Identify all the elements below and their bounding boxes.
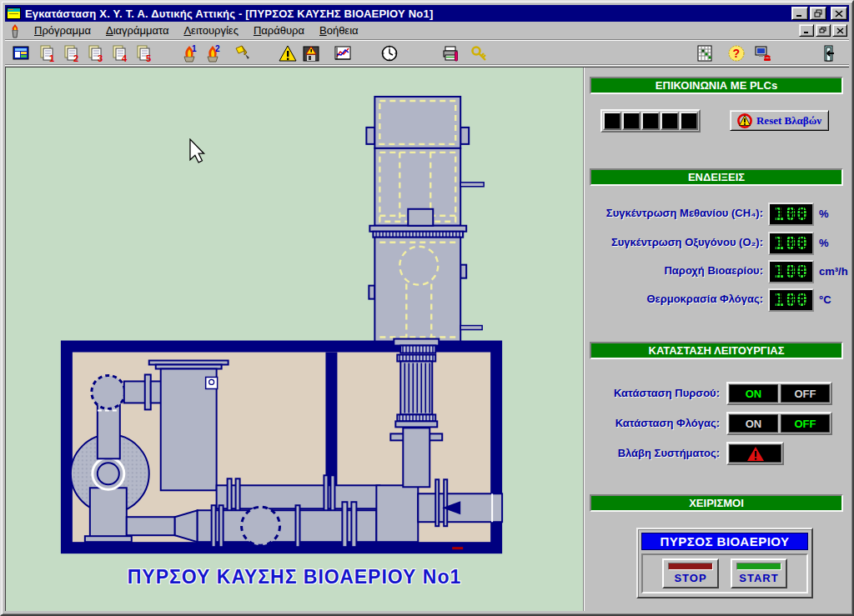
reset-warning-icon — [737, 113, 752, 128]
svg-text:5: 5 — [146, 53, 151, 63]
close-button[interactable] — [831, 7, 847, 20]
indications-section-header: ΕΝΔΕΙΞΕΙΣ — [590, 168, 843, 186]
title-bar: Εγκατάσταση Χ. Υ. Τ. Α. Δυτικής Αττικής … — [5, 5, 849, 22]
menu-diagrammata[interactable]: Διαγράμματα — [98, 23, 176, 38]
biogas-flow-value-display: 100 — [768, 260, 814, 283]
flare-status-row: Κατάσταση Πυρσού: ON OFF — [584, 382, 849, 405]
report-1-icon[interactable]: 1 — [37, 43, 58, 63]
flare-control-group: ΠΥΡΣΟΣ ΒΙΟΑΕΡΙΟΥ STOP START — [636, 528, 813, 598]
methane-row: Συγκέντρωση Μεθανίου (CH₄): 100 % — [584, 203, 849, 226]
key-icon[interactable] — [469, 43, 490, 63]
fault-warning-icon — [746, 446, 765, 462]
clock-icon[interactable] — [379, 43, 400, 63]
flare-2-icon[interactable]: 2 — [202, 43, 224, 63]
methane-label: Συγκέντρωση Μεθανίου (CH₄): — [584, 207, 763, 219]
plc-section-header: ΕΠΙΚΟΙΝΩΝΙΑ ΜΕ PLCs — [590, 77, 843, 94]
flare-status-label: Κατάσταση Πυρσού: — [584, 387, 720, 399]
flame-status-indicator: ON OFF — [726, 412, 832, 435]
system-fault-label: Βλάβη Συστήματος: — [584, 447, 720, 459]
start-lamp — [736, 563, 781, 570]
methane-value-display: 100 — [768, 203, 814, 226]
menu-bar: Πρόγραμμα Διαγράμματα Λειτουργίες Παράθυ… — [5, 22, 849, 40]
oxygen-value-display: 100 — [768, 232, 814, 255]
plc-indicator-4 — [661, 112, 679, 130]
methane-unit: % — [819, 208, 829, 220]
flame-temp-unit: °C — [819, 293, 831, 306]
svg-text:1: 1 — [49, 53, 54, 63]
operation-status-section-header: ΚΑΤΑΣΤΑΣΗ ΛΕΙΤΟΥΡΓΙΑΣ — [590, 342, 843, 359]
warning-icon[interactable] — [277, 43, 299, 63]
report-3-icon[interactable]: 3 — [85, 43, 107, 63]
reset-faults-label: Reset Βλαβών — [756, 114, 821, 128]
flare-control-buttons: STOP START — [641, 553, 808, 593]
save-alarm-icon[interactable] — [300, 43, 322, 63]
menu-parathyra[interactable]: Παράθυρα — [246, 23, 312, 38]
flare-status-indicator: ON OFF — [726, 382, 832, 405]
control-panel: ΕΠΙΚΟΙΝΩΝΙΑ ΜΕ PLCs Reset Βλαβών ΕΝΔΕΙΞΕ… — [583, 68, 849, 611]
flare-icon — [7, 23, 23, 38]
mdi-restore-button[interactable] — [816, 24, 831, 37]
oxygen-row: Συγκέντρωση Οξυγόνου (O₂): 100 % — [584, 232, 849, 255]
diagram-caption: ΠΥΡΣΟΥ ΚΑΥΣΗΣ ΒΙΟΑΕΡΙΟΥ Νο1 — [6, 566, 583, 588]
system-fault-indicator — [726, 442, 784, 465]
flame-status-row: Κατάσταση Φλόγας: ON OFF — [584, 412, 849, 435]
plc-indicator-strip — [600, 109, 701, 133]
mdi-close-button[interactable] — [832, 24, 847, 37]
flame-status-label: Κατάσταση Φλόγας: — [584, 417, 720, 429]
plc-indicator-1 — [603, 112, 621, 130]
stop-button[interactable]: STOP — [662, 558, 719, 588]
reset-faults-button[interactable]: Reset Βλαβών — [730, 110, 829, 131]
flare-off-indicator: OFF — [781, 384, 830, 403]
report-5-icon[interactable]: 5 — [133, 43, 155, 63]
mdi-minimize-button[interactable] — [799, 24, 814, 37]
flame-off-indicator: OFF — [781, 414, 830, 433]
start-button-label: START — [739, 572, 778, 584]
report-2-icon[interactable]: 2 — [61, 43, 83, 63]
flare-control-title: ΠΥΡΣΟΣ ΒΙΟΑΕΡΙΟΥ — [641, 533, 808, 550]
plc-indicator-5 — [680, 112, 698, 130]
minimize-button[interactable] — [791, 7, 808, 20]
trend-chart-icon[interactable] — [332, 43, 354, 63]
communication-icon[interactable] — [752, 43, 774, 63]
menu-boitheia[interactable]: Βοήθεια — [312, 23, 366, 38]
svg-text:2: 2 — [215, 44, 220, 53]
app-icon — [7, 7, 22, 20]
flashlight-icon[interactable] — [232, 43, 254, 63]
app-window: Εγκατάσταση Χ. Υ. Τ. Α. Δυτικής Αττικής … — [0, 0, 854, 616]
svg-text:3: 3 — [98, 53, 103, 63]
plc-indicator-3 — [641, 112, 660, 130]
restore-button[interactable] — [810, 7, 826, 20]
start-button[interactable]: START — [731, 558, 787, 588]
flame-on-indicator: ON — [729, 414, 778, 433]
screen-icon[interactable] — [10, 43, 32, 63]
oxygen-unit: % — [819, 237, 829, 249]
flame-temp-label: Θερμοκρασία Φλόγας: — [584, 293, 763, 305]
biogas-flow-row: Παροχή Βιοαερίου: 100 cm³/h — [584, 260, 849, 283]
svg-text:?: ? — [733, 47, 741, 60]
svg-text:2: 2 — [73, 53, 78, 63]
menu-programma[interactable]: Πρόγραμμα — [27, 23, 98, 38]
svg-text:4: 4 — [122, 53, 128, 63]
help-icon[interactable]: ? — [726, 43, 747, 63]
controls-section-header: ΧΕΙΡΙΣΜΟΙ — [590, 494, 843, 512]
flame-temp-row: Θερμοκρασία Φλόγας: 100 °C — [584, 288, 849, 312]
printer-icon[interactable] — [440, 43, 462, 63]
stop-button-label: STOP — [674, 572, 706, 584]
exit-icon[interactable] — [817, 43, 839, 63]
window-title: Εγκατάσταση Χ. Υ. Τ. Α. Δυτικής Αττικής … — [25, 8, 791, 20]
oxygen-label: Συγκέντρωση Οξυγόνου (O₂): — [584, 236, 763, 248]
flare-1-icon[interactable]: 1 — [178, 43, 200, 63]
flare-installation-drawing — [6, 68, 583, 613]
stop-lamp — [668, 563, 713, 570]
flame-temp-value-display: 100 — [768, 288, 814, 312]
system-fault-row: Βλάβη Συστήματος: — [584, 442, 849, 465]
data-table-icon[interactable] — [694, 43, 716, 63]
menu-leitourgies[interactable]: Λειτουργίες — [176, 23, 246, 38]
mouse-cursor — [188, 138, 206, 163]
svg-text:1: 1 — [192, 44, 197, 53]
report-4-icon[interactable]: 4 — [109, 43, 131, 63]
biogas-flow-unit: cm³/h — [819, 265, 848, 278]
client-area: ΠΥΡΣΟΥ ΚΑΥΣΗΣ ΒΙΟΑΕΡΙΟΥ Νο1 ΕΠΙΚΟΙΝΩΝΙΑ … — [5, 67, 849, 611]
flare-on-indicator: ON — [729, 384, 778, 403]
toolbar: 1 2 3 4 5 1 2 — [5, 41, 849, 65]
